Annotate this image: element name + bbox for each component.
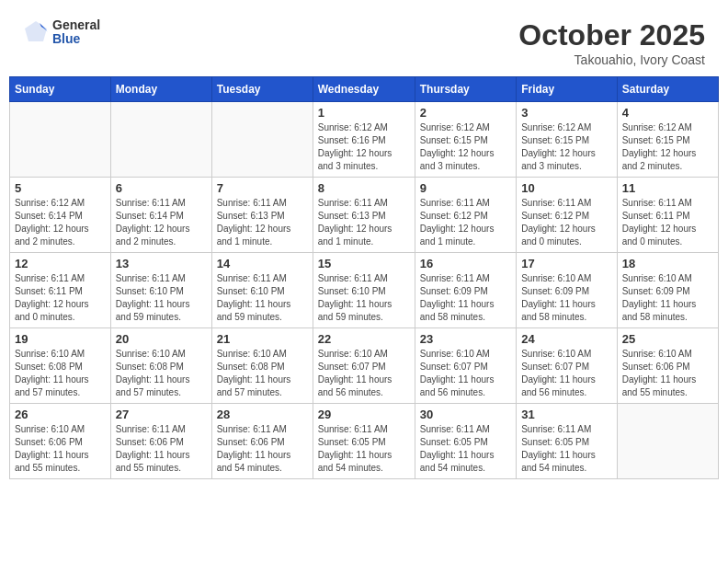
- calendar-cell: 6Sunrise: 6:11 AM Sunset: 6:14 PM Daylig…: [110, 178, 211, 253]
- day-number: 28: [217, 408, 308, 421]
- calendar-cell: 29Sunrise: 6:11 AM Sunset: 6:05 PM Dayli…: [313, 404, 415, 479]
- calendar-cell: [10, 102, 111, 178]
- day-number: 13: [116, 257, 207, 270]
- weekday-header-row: SundayMondayTuesdayWednesdayThursdayFrid…: [10, 77, 719, 102]
- day-number: 17: [521, 257, 612, 270]
- day-number: 30: [420, 408, 511, 421]
- weekday-header-wednesday: Wednesday: [313, 77, 415, 102]
- day-info: Sunrise: 6:12 AM Sunset: 6:15 PM Dayligh…: [521, 121, 612, 173]
- day-number: 27: [116, 408, 207, 421]
- day-info: Sunrise: 6:12 AM Sunset: 6:15 PM Dayligh…: [420, 121, 511, 173]
- day-info: Sunrise: 6:12 AM Sunset: 6:16 PM Dayligh…: [318, 121, 410, 173]
- location-subtitle: Takouahio, Ivory Coast: [518, 52, 705, 67]
- calendar-week-row: 5Sunrise: 6:12 AM Sunset: 6:14 PM Daylig…: [10, 178, 719, 253]
- day-number: 10: [521, 181, 612, 195]
- day-number: 5: [15, 181, 106, 195]
- page-header: General Blue October 2025 Takouahio, Ivo…: [9, 9, 719, 72]
- calendar-cell: 27Sunrise: 6:11 AM Sunset: 6:06 PM Dayli…: [110, 404, 211, 479]
- calendar-cell: 24Sunrise: 6:10 AM Sunset: 6:07 PM Dayli…: [517, 328, 618, 404]
- day-info: Sunrise: 6:11 AM Sunset: 6:05 PM Dayligh…: [521, 423, 612, 475]
- weekday-header-monday: Monday: [110, 77, 211, 102]
- svg-marker-0: [25, 21, 47, 41]
- calendar-cell: 19Sunrise: 6:10 AM Sunset: 6:08 PM Dayli…: [10, 328, 111, 404]
- calendar-cell: 9Sunrise: 6:11 AM Sunset: 6:12 PM Daylig…: [415, 178, 516, 253]
- calendar-cell: 15Sunrise: 6:11 AM Sunset: 6:10 PM Dayli…: [313, 253, 415, 328]
- day-number: 21: [217, 332, 308, 346]
- day-number: 29: [318, 408, 410, 421]
- calendar-cell: 8Sunrise: 6:11 AM Sunset: 6:13 PM Daylig…: [313, 178, 415, 253]
- weekday-header-tuesday: Tuesday: [211, 77, 313, 102]
- calendar-week-row: 19Sunrise: 6:10 AM Sunset: 6:08 PM Dayli…: [10, 328, 719, 404]
- day-info: Sunrise: 6:10 AM Sunset: 6:07 PM Dayligh…: [318, 348, 410, 399]
- calendar-cell: 20Sunrise: 6:10 AM Sunset: 6:08 PM Dayli…: [110, 328, 211, 404]
- calendar-cell: 2Sunrise: 6:12 AM Sunset: 6:15 PM Daylig…: [415, 102, 516, 178]
- calendar-cell: 31Sunrise: 6:11 AM Sunset: 6:05 PM Dayli…: [517, 404, 618, 479]
- calendar-cell: 28Sunrise: 6:11 AM Sunset: 6:06 PM Dayli…: [211, 404, 313, 479]
- day-info: Sunrise: 6:10 AM Sunset: 6:09 PM Dayligh…: [521, 272, 612, 324]
- day-number: 3: [521, 106, 612, 120]
- day-info: Sunrise: 6:10 AM Sunset: 6:08 PM Dayligh…: [15, 348, 106, 399]
- title-block: October 2025 Takouahio, Ivory Coast: [518, 18, 705, 67]
- calendar-table: SundayMondayTuesdayWednesdayThursdayFrid…: [9, 76, 719, 479]
- weekday-header-sunday: Sunday: [10, 77, 111, 102]
- day-info: Sunrise: 6:11 AM Sunset: 6:06 PM Dayligh…: [116, 423, 207, 475]
- day-number: 9: [420, 181, 511, 195]
- logo-text: General Blue: [52, 18, 100, 47]
- logo: General Blue: [23, 18, 100, 47]
- day-info: Sunrise: 6:11 AM Sunset: 6:05 PM Dayligh…: [420, 423, 511, 475]
- calendar-cell: 1Sunrise: 6:12 AM Sunset: 6:16 PM Daylig…: [313, 102, 415, 178]
- day-number: 16: [420, 257, 511, 270]
- day-info: Sunrise: 6:10 AM Sunset: 6:07 PM Dayligh…: [420, 348, 511, 399]
- calendar-cell: 30Sunrise: 6:11 AM Sunset: 6:05 PM Dayli…: [415, 404, 516, 479]
- day-number: 4: [622, 106, 713, 120]
- day-info: Sunrise: 6:11 AM Sunset: 6:12 PM Dayligh…: [521, 197, 612, 248]
- day-number: 6: [116, 181, 207, 195]
- logo-icon: [23, 19, 49, 45]
- day-number: 24: [521, 332, 612, 346]
- day-info: Sunrise: 6:11 AM Sunset: 6:11 PM Dayligh…: [622, 197, 713, 248]
- day-info: Sunrise: 6:11 AM Sunset: 6:06 PM Dayligh…: [217, 423, 308, 475]
- calendar-cell: 3Sunrise: 6:12 AM Sunset: 6:15 PM Daylig…: [517, 102, 618, 178]
- calendar-cell: 4Sunrise: 6:12 AM Sunset: 6:15 PM Daylig…: [617, 102, 718, 178]
- weekday-header-saturday: Saturday: [617, 77, 718, 102]
- calendar-cell: 26Sunrise: 6:10 AM Sunset: 6:06 PM Dayli…: [10, 404, 111, 479]
- day-number: 15: [318, 257, 410, 270]
- day-number: 12: [15, 257, 106, 270]
- calendar-week-row: 26Sunrise: 6:10 AM Sunset: 6:06 PM Dayli…: [10, 404, 719, 479]
- day-number: 25: [622, 332, 713, 346]
- calendar-cell: 16Sunrise: 6:11 AM Sunset: 6:09 PM Dayli…: [415, 253, 516, 328]
- day-number: 26: [15, 408, 106, 421]
- weekday-header-friday: Friday: [517, 77, 618, 102]
- day-info: Sunrise: 6:11 AM Sunset: 6:10 PM Dayligh…: [318, 272, 410, 324]
- calendar-body: 1Sunrise: 6:12 AM Sunset: 6:16 PM Daylig…: [10, 102, 719, 479]
- day-info: Sunrise: 6:10 AM Sunset: 6:08 PM Dayligh…: [217, 348, 308, 399]
- day-info: Sunrise: 6:11 AM Sunset: 6:10 PM Dayligh…: [116, 272, 207, 324]
- calendar-cell: 21Sunrise: 6:10 AM Sunset: 6:08 PM Dayli…: [211, 328, 313, 404]
- day-number: 1: [318, 106, 410, 120]
- day-info: Sunrise: 6:11 AM Sunset: 6:09 PM Dayligh…: [420, 272, 511, 324]
- calendar-cell: 14Sunrise: 6:11 AM Sunset: 6:10 PM Dayli…: [211, 253, 313, 328]
- calendar-cell: 25Sunrise: 6:10 AM Sunset: 6:06 PM Dayli…: [617, 328, 718, 404]
- calendar-cell: 11Sunrise: 6:11 AM Sunset: 6:11 PM Dayli…: [617, 178, 718, 253]
- logo-general-text: General: [52, 18, 100, 32]
- day-number: 31: [521, 408, 612, 421]
- day-number: 23: [420, 332, 511, 346]
- day-number: 8: [318, 181, 410, 195]
- day-info: Sunrise: 6:11 AM Sunset: 6:10 PM Dayligh…: [217, 272, 308, 324]
- day-info: Sunrise: 6:10 AM Sunset: 6:09 PM Dayligh…: [622, 272, 713, 324]
- day-number: 19: [15, 332, 106, 346]
- day-info: Sunrise: 6:11 AM Sunset: 6:13 PM Dayligh…: [318, 197, 410, 248]
- logo-blue-text: Blue: [52, 32, 100, 46]
- calendar-cell: [617, 404, 718, 479]
- calendar-cell: 12Sunrise: 6:11 AM Sunset: 6:11 PM Dayli…: [10, 253, 111, 328]
- calendar-header: SundayMondayTuesdayWednesdayThursdayFrid…: [10, 77, 719, 102]
- calendar-cell: [211, 102, 313, 178]
- day-number: 11: [622, 181, 713, 195]
- calendar-cell: 22Sunrise: 6:10 AM Sunset: 6:07 PM Dayli…: [313, 328, 415, 404]
- calendar-cell: 7Sunrise: 6:11 AM Sunset: 6:13 PM Daylig…: [211, 178, 313, 253]
- day-info: Sunrise: 6:10 AM Sunset: 6:07 PM Dayligh…: [521, 348, 612, 399]
- day-info: Sunrise: 6:11 AM Sunset: 6:13 PM Dayligh…: [217, 197, 308, 248]
- day-info: Sunrise: 6:10 AM Sunset: 6:06 PM Dayligh…: [622, 348, 713, 399]
- day-number: 14: [217, 257, 308, 270]
- day-number: 22: [318, 332, 410, 346]
